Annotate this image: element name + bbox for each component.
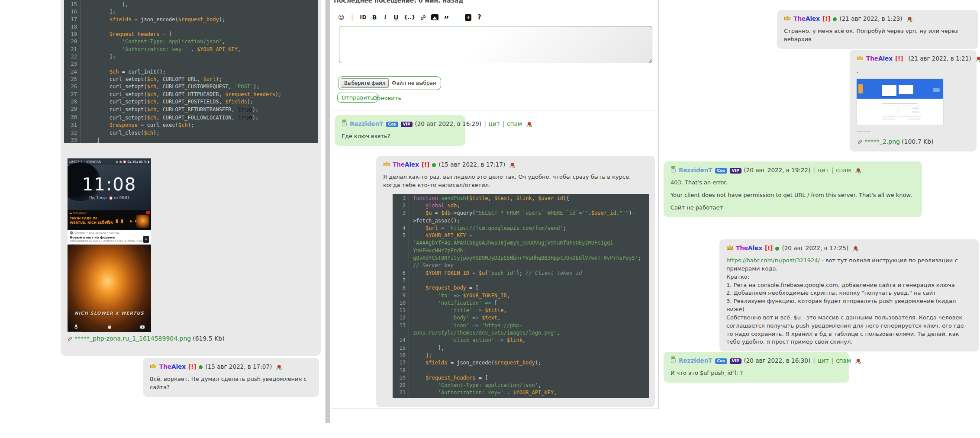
quote-link[interactable]: цит bbox=[818, 357, 829, 365]
line-number: 17 bbox=[393, 359, 409, 367]
pin-icon[interactable] bbox=[975, 56, 980, 62]
code-line: 28 curl_setopt($ch, CURLOPT_POSTFIELDS, … bbox=[64, 98, 318, 106]
pin-icon[interactable] bbox=[852, 245, 858, 252]
author-name[interactable]: The bbox=[393, 161, 405, 169]
refresh-link[interactable]: Обновить bbox=[373, 95, 401, 101]
code-line: 13 'icon' => 'https://php-zona.ru/style/… bbox=[393, 322, 649, 337]
notification-title: Новый ответ на форуме bbox=[70, 235, 149, 239]
code-button[interactable]: {..} bbox=[404, 13, 415, 21]
code-line: 11 'title' => $title, bbox=[393, 307, 649, 314]
pin-button[interactable] bbox=[854, 358, 861, 364]
pin-icon[interactable] bbox=[525, 121, 532, 128]
message-date: (15 авг 2022, в 17:07) bbox=[205, 363, 272, 371]
line-number: 15 bbox=[393, 345, 409, 352]
color-grid-icon[interactable] bbox=[454, 13, 460, 21]
code-line: 10 'notification' => [ bbox=[393, 300, 649, 307]
pin-button[interactable] bbox=[906, 16, 912, 23]
author-name[interactable]: Alex bbox=[878, 55, 893, 63]
line-number: 32 bbox=[64, 129, 81, 137]
author-name[interactable]: Alex bbox=[405, 161, 419, 169]
pin-icon[interactable] bbox=[906, 16, 912, 23]
spam-link[interactable]: спам bbox=[836, 357, 851, 365]
line-number: 24 bbox=[64, 68, 81, 76]
line-number: 21 bbox=[393, 389, 409, 396]
image-icon[interactable] bbox=[431, 14, 438, 20]
author-name[interactable]: RezzidenT bbox=[350, 120, 384, 129]
code-text: ]; bbox=[409, 352, 649, 359]
author-name[interactable]: Alex bbox=[806, 15, 820, 23]
attachment-link[interactable]: *****_2.png bbox=[864, 137, 900, 146]
phone-lockscreen: 11:08 Пн, 1 мар. ⏰ от 08:01 bbox=[68, 165, 151, 210]
pin-button[interactable] bbox=[275, 364, 282, 370]
line-number: 19 bbox=[393, 374, 409, 382]
pin-button[interactable] bbox=[975, 56, 980, 62]
spam-link[interactable]: спам bbox=[507, 120, 522, 129]
pin-button[interactable] bbox=[525, 121, 532, 128]
quote-link[interactable]: цит bbox=[489, 120, 500, 129]
id-format-button[interactable]: ID bbox=[360, 13, 367, 21]
choose-file-button[interactable]: Выберите файл bbox=[341, 78, 389, 88]
code-text: 'to' => $YOUR_TOKEN_ID, bbox=[409, 292, 649, 300]
author-name[interactable]: The bbox=[159, 363, 171, 371]
attached-image-firebase[interactable] bbox=[857, 79, 943, 125]
scrollbar[interactable] bbox=[326, 0, 330, 423]
album-art-large: NICH SLOWER X WERTUS bbox=[68, 245, 151, 332]
message-header: TheAlex[!](15 авг 2022, в 17:07) bbox=[150, 363, 312, 371]
code-text: ]; bbox=[409, 397, 649, 398]
author-name[interactable]: The bbox=[866, 55, 878, 63]
online-dot bbox=[432, 163, 436, 167]
bold-button[interactable]: B bbox=[371, 13, 377, 21]
code-line: 27 curl_setopt($ch, CURLOPT_HTTPHEADER, … bbox=[64, 91, 318, 98]
code-text: 'notification' => [ bbox=[409, 300, 649, 307]
author-name[interactable]: Alex bbox=[171, 363, 186, 371]
author-name[interactable]: RezzidenT bbox=[679, 357, 712, 365]
send-button[interactable]: Отправить bbox=[337, 93, 378, 103]
quote-link[interactable]: цит bbox=[818, 166, 829, 175]
message-date: (20 авг 2022, в 16:29) bbox=[415, 120, 482, 129]
message-text: Your client does not have permission to … bbox=[671, 191, 915, 200]
pin-icon[interactable] bbox=[854, 167, 861, 174]
add-icon[interactable]: + bbox=[465, 14, 471, 21]
crown-avatar-icon bbox=[726, 245, 733, 250]
italic-button[interactable]: I bbox=[382, 13, 388, 21]
code-text: function sendPush($title, $text, $link, … bbox=[409, 195, 649, 202]
code-line: 2 global $db; bbox=[393, 202, 649, 209]
code-text: 'Content-Type: application/json', bbox=[409, 382, 649, 389]
author-name[interactable]: Alex bbox=[748, 244, 762, 253]
author-name[interactable]: The bbox=[736, 244, 748, 253]
line-number: 7 bbox=[393, 277, 409, 284]
message-header: TheAlex[!](15 авг 2022, в 17:17) bbox=[383, 161, 648, 169]
alert-flag: [!] bbox=[822, 15, 831, 23]
message-bubble-m_r4: TheAlex[!](20 авг 2022, в 17:25)https://… bbox=[719, 239, 979, 351]
code-text: } bbox=[81, 137, 318, 143]
smiley-icon[interactable]: ☺ bbox=[338, 13, 345, 21]
underline-button[interactable]: U bbox=[393, 13, 399, 21]
author-name[interactable]: The bbox=[793, 15, 806, 23]
attachment-link[interactable]: *****_php-zona.ru_1_1614589904.png bbox=[74, 335, 191, 342]
reply-textarea[interactable] bbox=[339, 26, 652, 63]
pin-icon[interactable] bbox=[275, 364, 282, 370]
pin-button[interactable] bbox=[852, 245, 858, 252]
help-button[interactable]: ? bbox=[476, 13, 482, 21]
link-separator: | bbox=[813, 166, 815, 175]
code-line: 5 $YOUR_API_KEY = 'AAAAgbYfF4Q:APA91bEgQ… bbox=[393, 232, 649, 269]
illustration-person bbox=[933, 88, 940, 92]
code-text: curl_setopt($ch, CURLOPT_URL, $url); bbox=[81, 76, 318, 83]
external-link[interactable]: https://habr.com/ru/post/321924/ bbox=[726, 257, 820, 264]
quote-icon[interactable]: ” bbox=[443, 12, 449, 23]
pin-button[interactable] bbox=[509, 162, 515, 168]
code-text: curl_setopt($ch, CURLOPT_HTTPHEADER, $re… bbox=[81, 91, 318, 98]
pin-icon[interactable] bbox=[854, 358, 861, 364]
toolbar-divider: | bbox=[349, 13, 355, 21]
spam-link[interactable]: спам bbox=[836, 166, 851, 175]
link-icon[interactable] bbox=[420, 13, 426, 21]
pin-icon[interactable] bbox=[509, 162, 515, 168]
badge-vip: VIP bbox=[730, 168, 741, 174]
author-name[interactable]: RezzidenT bbox=[679, 166, 712, 175]
message-header: TheAlex[!](21 авг 2022, в 1:23) bbox=[784, 15, 971, 23]
line-number: 28 bbox=[64, 98, 81, 106]
attached-screenshot-phone[interactable]: LIFECELL – KYIVSTAR ⊘ ◑ ⏰ G▴ 3G▴ 85 % ▮ … bbox=[68, 158, 151, 332]
code-text: 'Authorization: key=' . $YOUR_API_KEY, bbox=[81, 46, 318, 53]
user-avatar-icon bbox=[342, 119, 347, 126]
pin-button[interactable] bbox=[854, 167, 861, 174]
